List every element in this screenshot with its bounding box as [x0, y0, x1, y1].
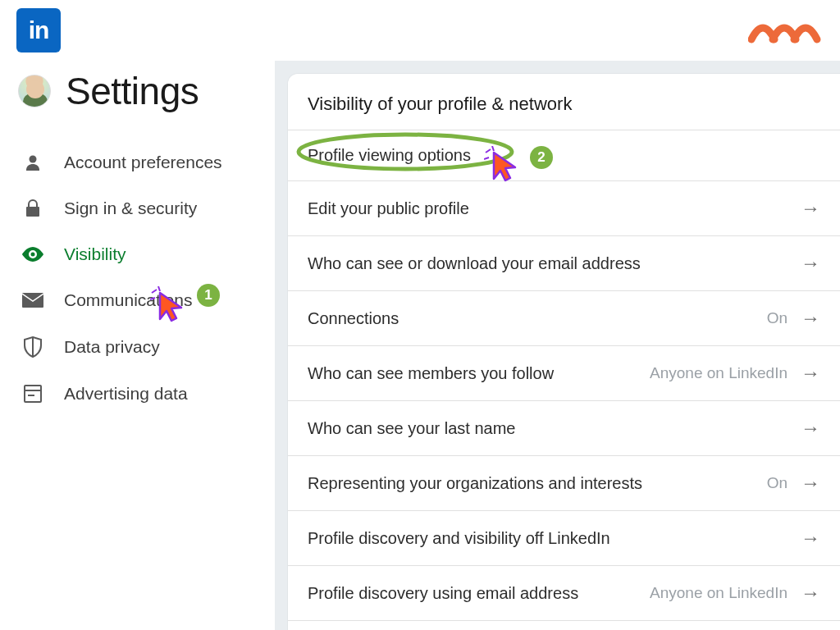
row-label: Profile discovery and visibility off Lin…: [308, 529, 610, 548]
svg-rect-6: [25, 386, 41, 402]
sidebar-item-communications[interactable]: Communications: [18, 277, 260, 323]
linkedin-logo[interactable]: in: [16, 8, 61, 52]
row-representing-organizations[interactable]: Representing your organizations and inte…: [288, 455, 840, 510]
row-value: Anyone on LinkedIn: [650, 364, 788, 382]
settings-heading: Settings: [18, 69, 260, 113]
row-label: Connections: [308, 309, 399, 328]
row-members-you-follow[interactable]: Who can see members you follow Anyone on…: [288, 345, 840, 400]
arrow-right-icon: →: [801, 472, 820, 495]
arrow-right-icon: →: [801, 197, 820, 220]
row-discovery-email[interactable]: Profile discovery using email address An…: [288, 565, 840, 620]
main-panel-wrap: Visibility of your profile & network Pro…: [275, 61, 840, 630]
row-edit-public-profile[interactable]: Edit your public profile →: [288, 180, 840, 235]
avatar[interactable]: [18, 75, 51, 107]
arrow-right-icon: →: [801, 362, 820, 385]
sidebar-item-privacy[interactable]: Data privacy: [18, 323, 260, 371]
row-connections[interactable]: Connections On→: [288, 290, 840, 345]
step-badge-2: 2: [530, 146, 553, 169]
section-title: Visibility of your profile & network: [288, 74, 840, 130]
sidebar-item-visibility[interactable]: Visibility: [18, 231, 260, 277]
row-label: Edit your public profile: [308, 199, 469, 218]
row-email-address[interactable]: Who can see or download your email addre…: [288, 235, 840, 290]
sidebar: Settings Account preferences Sign in & s…: [0, 61, 275, 630]
svg-rect-5: [22, 293, 43, 308]
step-badge-1: 1: [197, 284, 220, 307]
eye-icon: [21, 247, 44, 262]
person-icon: [21, 153, 44, 172]
arrow-right-icon: →: [801, 307, 820, 330]
sidebar-item-advertising[interactable]: Advertising data: [18, 371, 260, 417]
lock-icon: [21, 199, 44, 218]
envelope-icon: [21, 293, 44, 308]
sidebar-item-label: Data privacy: [64, 337, 160, 357]
sidebar-item-signin[interactable]: Sign in & security: [18, 185, 260, 231]
settings-panel: Visibility of your profile & network Pro…: [288, 74, 840, 630]
arrow-right-icon: →: [801, 252, 820, 275]
row-profile-viewing-options[interactable]: Profile viewing options: [288, 130, 840, 180]
svg-rect-3: [32, 211, 33, 213]
row-label: Who can see members you follow: [308, 364, 554, 383]
row-value: On: [767, 309, 788, 327]
sidebar-item-label: Visibility: [64, 244, 126, 264]
arrow-right-icon: →: [801, 527, 820, 550]
shield-icon: [21, 336, 44, 358]
row-value: On: [767, 474, 788, 492]
row-discovery-off-linkedin[interactable]: Profile discovery and visibility off Lin…: [288, 510, 840, 565]
arrow-right-icon: →: [801, 582, 820, 605]
page-title: Settings: [66, 69, 199, 113]
app-header: in: [0, 0, 840, 61]
row-label: Who can see or download your email addre…: [308, 254, 641, 273]
row-value: Anyone on LinkedIn: [650, 584, 788, 602]
brand-logo: [748, 11, 827, 49]
document-icon: [21, 384, 44, 404]
row-discovery-phone[interactable]: Profile discovery using phone number Eve…: [288, 620, 840, 630]
sidebar-item-label: Communications: [64, 290, 192, 310]
sidebar-item-account[interactable]: Account preferences: [18, 139, 260, 185]
svg-point-0: [30, 156, 37, 163]
sidebar-item-label: Advertising data: [64, 384, 188, 404]
sidebar-item-label: Sign in & security: [64, 199, 197, 218]
row-label: Who can see your last name: [308, 419, 515, 438]
row-label: Profile discovery using email address: [308, 584, 578, 603]
arrow-right-icon: →: [801, 417, 820, 440]
svg-point-4: [31, 253, 35, 257]
row-label: Profile viewing options: [308, 146, 471, 165]
linkedin-logo-text: in: [29, 16, 49, 44]
sidebar-item-label: Account preferences: [64, 153, 222, 172]
row-label: Representing your organizations and inte…: [308, 474, 642, 493]
row-last-name[interactable]: Who can see your last name →: [288, 400, 840, 455]
